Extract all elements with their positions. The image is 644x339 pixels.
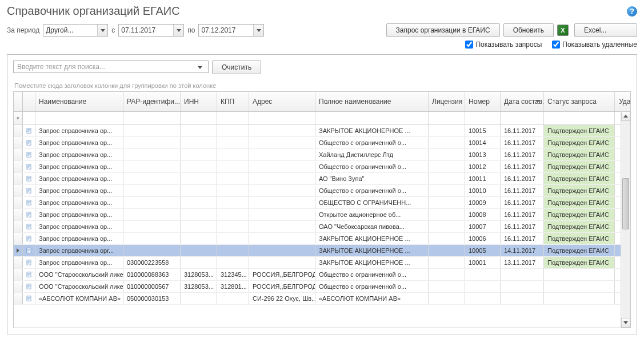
- excel-icon[interactable]: X: [557, 25, 569, 36]
- header-status[interactable]: Статус запроса: [544, 92, 615, 111]
- refresh-button[interactable]: Обновить: [503, 23, 554, 37]
- period-combo[interactable]: Другой...: [43, 24, 108, 37]
- help-icon[interactable]: ?: [627, 6, 637, 17]
- row-indicator: [14, 161, 23, 172]
- scroll-thumb[interactable]: [622, 178, 629, 229]
- table-row[interactable]: Запрос справочника ор...Общество с огран…: [14, 161, 630, 173]
- table-row[interactable]: Запрос справочника ор...Открытое акционе…: [14, 209, 630, 221]
- cell-date: 16.11.2017: [501, 209, 544, 220]
- table-row[interactable]: Запрос справочника ор...ЗАКРЫТОЕ АКЦИОНЕ…: [14, 125, 630, 137]
- cell-date: 16.11.2017: [501, 125, 544, 136]
- header-del[interactable]: Удален: [615, 92, 631, 111]
- cell-num: 10013: [465, 149, 501, 160]
- cell-date: [501, 293, 544, 304]
- filter-cell[interactable]: [181, 112, 217, 124]
- request-button[interactable]: Запрос организации в ЕГАИС: [386, 23, 500, 37]
- cell-lic: [429, 269, 465, 280]
- cell-name: Запрос справочника ор...: [35, 149, 123, 160]
- filter-cell[interactable]: [544, 112, 615, 124]
- document-icon: [23, 233, 35, 244]
- cell-num: 10007: [465, 221, 501, 232]
- filter-cell[interactable]: [249, 112, 315, 124]
- chevron-down-icon[interactable]: [253, 25, 263, 36]
- table-row[interactable]: Запрос справочника ор...Общество с огран…: [14, 185, 630, 197]
- cell-num: 10015: [465, 125, 501, 136]
- table-row[interactable]: Запрос справочника ор...ЗАКРЫТОЕ АКЦИОНЕ…: [14, 233, 630, 245]
- table-row[interactable]: Запрос справочника ор...ОБЩЕСТВО С ОГРАН…: [14, 197, 630, 209]
- checkbox-icon[interactable]: [552, 41, 560, 49]
- header-rar[interactable]: РАР-идентифи...: [123, 92, 181, 111]
- scroll-up-icon[interactable]: [621, 111, 630, 121]
- cell-addr: [249, 125, 315, 136]
- clear-button[interactable]: Очистить: [212, 60, 261, 74]
- cell-date: [501, 269, 544, 280]
- table-row[interactable]: Запрос справочника ор...ОАО "Чебоксарска…: [14, 221, 630, 233]
- cell-num: 10010: [465, 185, 501, 196]
- filter-cell[interactable]: [315, 112, 429, 124]
- search-input-wrap[interactable]: [13, 60, 209, 73]
- row-indicator-icon: [17, 248, 19, 253]
- table-row[interactable]: Запрос справочника ор...Общество с огран…: [14, 137, 630, 149]
- date-from-input[interactable]: 07.11.2017: [118, 24, 184, 37]
- filter-cell[interactable]: [465, 112, 501, 124]
- document-icon: [23, 209, 35, 220]
- cell-full: Общество с ограниченной о...: [315, 161, 429, 172]
- filter-cell[interactable]: [217, 112, 249, 124]
- document-icon: [23, 137, 35, 148]
- cell-lic: [429, 233, 465, 244]
- cell-kpp: [217, 293, 249, 304]
- cell-rar: [123, 185, 181, 196]
- table-row[interactable]: Запрос справочника ор...030000223558ЗАКР…: [14, 257, 630, 269]
- chevron-down-icon[interactable]: [173, 25, 183, 36]
- filter-cell[interactable]: [501, 112, 544, 124]
- header-num[interactable]: Номер: [465, 92, 501, 111]
- table-row[interactable]: Запрос справочника орг...ЗАКРЫТОЕ АКЦИОН…: [14, 245, 630, 257]
- cell-num: [465, 281, 501, 292]
- filter-cell[interactable]: [123, 112, 181, 124]
- chevron-down-icon[interactable]: [198, 63, 202, 71]
- header-inn[interactable]: ИНН: [181, 92, 217, 111]
- cell-addr: [249, 137, 315, 148]
- table-row[interactable]: Запрос справочника ор...АО "Вино Зупа"10…: [14, 173, 630, 185]
- date-to-input[interactable]: 07.12.2017: [198, 24, 264, 37]
- scroll-track[interactable]: [621, 121, 630, 318]
- table-row[interactable]: «АБСОЛЮТ КОМПАНИ АВ»050000030153СИ-296 2…: [14, 293, 630, 305]
- table-row[interactable]: Запрос справочника ор...Хайланд Дистилле…: [14, 149, 630, 161]
- header-icon: [23, 92, 35, 111]
- chevron-down-icon[interactable]: [97, 25, 107, 36]
- cell-rar: [123, 245, 181, 256]
- header-addr[interactable]: Адрес: [249, 92, 315, 111]
- scroll-down-icon[interactable]: [621, 318, 630, 328]
- header-kpp[interactable]: КПП: [217, 92, 249, 111]
- header-name[interactable]: Наименование: [35, 92, 123, 111]
- cell-date: 16.11.2017: [501, 221, 544, 232]
- filter-cell[interactable]: [35, 112, 123, 124]
- cell-addr: [249, 161, 315, 172]
- vertical-scrollbar[interactable]: [621, 111, 630, 328]
- cell-lic: [429, 293, 465, 304]
- filter-cell[interactable]: [429, 112, 465, 124]
- checkbox-icon[interactable]: [465, 41, 473, 49]
- table-row[interactable]: ООО "Старооскольский лике...010000000567…: [14, 281, 630, 293]
- excel-button[interactable]: Excel...: [574, 23, 637, 37]
- cell-num: 10006: [465, 233, 501, 244]
- header-date[interactable]: Дата состав...: [501, 92, 544, 111]
- header-full[interactable]: Полное наименование: [315, 92, 429, 111]
- cell-addr: [249, 173, 315, 184]
- cell-lic: [429, 161, 465, 172]
- cell-date: 13.11.2017: [501, 257, 544, 268]
- show-deleted-checkbox[interactable]: Показывать удаленные: [552, 41, 637, 49]
- date-to-value: 07.12.2017: [201, 26, 235, 34]
- cell-status: [544, 269, 615, 280]
- cell-inn: [181, 221, 217, 232]
- cell-inn: [181, 161, 217, 172]
- search-input[interactable]: [14, 61, 198, 72]
- cell-status: Подтвержден ЕГАИС: [544, 137, 615, 148]
- table-row[interactable]: ООО "Старооскольский лике...010000088363…: [14, 269, 630, 281]
- show-requests-checkbox[interactable]: Показывать запросы: [465, 41, 542, 49]
- filter-cell[interactable]: [23, 112, 35, 124]
- document-icon: [23, 245, 35, 256]
- cell-full: ЗАКРЫТОЕ АКЦИОНЕРНОЕ ...: [315, 245, 429, 256]
- header-lic[interactable]: Лицензия: [429, 92, 465, 111]
- cell-status: Подтвержден ЕГАИС: [544, 173, 615, 184]
